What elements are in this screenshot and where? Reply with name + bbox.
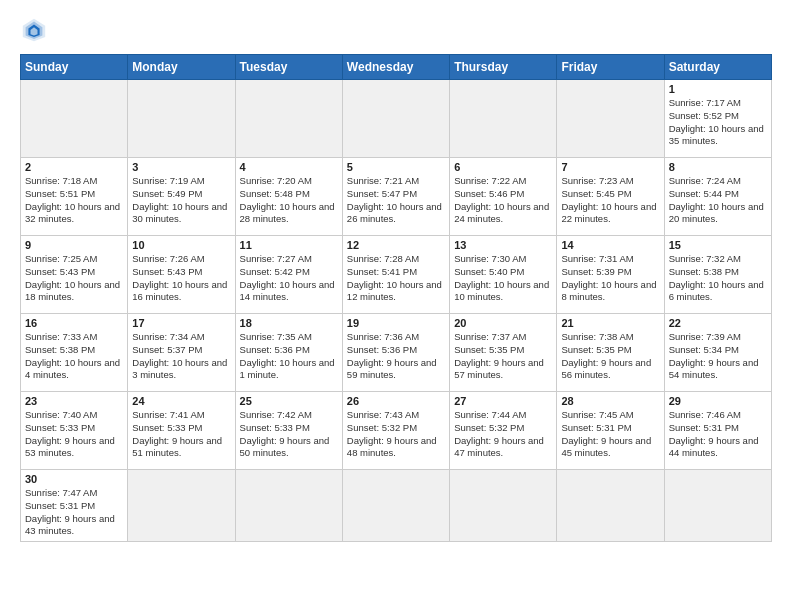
calendar-cell: 11Sunrise: 7:27 AM Sunset: 5:42 PM Dayli… bbox=[235, 236, 342, 314]
calendar-cell: 9Sunrise: 7:25 AM Sunset: 5:43 PM Daylig… bbox=[21, 236, 128, 314]
calendar-cell: 4Sunrise: 7:20 AM Sunset: 5:48 PM Daylig… bbox=[235, 158, 342, 236]
day-number: 8 bbox=[669, 161, 767, 173]
day-info: Sunrise: 7:35 AM Sunset: 5:36 PM Dayligh… bbox=[240, 331, 338, 382]
day-info: Sunrise: 7:21 AM Sunset: 5:47 PM Dayligh… bbox=[347, 175, 445, 226]
day-info: Sunrise: 7:27 AM Sunset: 5:42 PM Dayligh… bbox=[240, 253, 338, 304]
page: SundayMondayTuesdayWednesdayThursdayFrid… bbox=[0, 0, 792, 552]
calendar-cell: 8Sunrise: 7:24 AM Sunset: 5:44 PM Daylig… bbox=[664, 158, 771, 236]
calendar-cell: 13Sunrise: 7:30 AM Sunset: 5:40 PM Dayli… bbox=[450, 236, 557, 314]
day-info: Sunrise: 7:41 AM Sunset: 5:33 PM Dayligh… bbox=[132, 409, 230, 460]
day-info: Sunrise: 7:46 AM Sunset: 5:31 PM Dayligh… bbox=[669, 409, 767, 460]
calendar-cell: 1Sunrise: 7:17 AM Sunset: 5:52 PM Daylig… bbox=[664, 80, 771, 158]
calendar-cell: 10Sunrise: 7:26 AM Sunset: 5:43 PM Dayli… bbox=[128, 236, 235, 314]
day-info: Sunrise: 7:25 AM Sunset: 5:43 PM Dayligh… bbox=[25, 253, 123, 304]
calendar-cell bbox=[342, 470, 449, 542]
day-number: 28 bbox=[561, 395, 659, 407]
calendar-row: 23Sunrise: 7:40 AM Sunset: 5:33 PM Dayli… bbox=[21, 392, 772, 470]
calendar-cell: 27Sunrise: 7:44 AM Sunset: 5:32 PM Dayli… bbox=[450, 392, 557, 470]
calendar-cell: 16Sunrise: 7:33 AM Sunset: 5:38 PM Dayli… bbox=[21, 314, 128, 392]
calendar-cell bbox=[128, 80, 235, 158]
weekday-header-saturday: Saturday bbox=[664, 55, 771, 80]
day-number: 4 bbox=[240, 161, 338, 173]
calendar-cell: 30Sunrise: 7:47 AM Sunset: 5:31 PM Dayli… bbox=[21, 470, 128, 542]
calendar-cell: 12Sunrise: 7:28 AM Sunset: 5:41 PM Dayli… bbox=[342, 236, 449, 314]
calendar-cell bbox=[235, 470, 342, 542]
logo bbox=[20, 16, 52, 44]
day-info: Sunrise: 7:24 AM Sunset: 5:44 PM Dayligh… bbox=[669, 175, 767, 226]
calendar-cell: 22Sunrise: 7:39 AM Sunset: 5:34 PM Dayli… bbox=[664, 314, 771, 392]
calendar-cell bbox=[235, 80, 342, 158]
day-info: Sunrise: 7:47 AM Sunset: 5:31 PM Dayligh… bbox=[25, 487, 123, 538]
day-number: 20 bbox=[454, 317, 552, 329]
day-number: 29 bbox=[669, 395, 767, 407]
day-info: Sunrise: 7:34 AM Sunset: 5:37 PM Dayligh… bbox=[132, 331, 230, 382]
day-info: Sunrise: 7:40 AM Sunset: 5:33 PM Dayligh… bbox=[25, 409, 123, 460]
weekday-header-friday: Friday bbox=[557, 55, 664, 80]
calendar-cell bbox=[21, 80, 128, 158]
day-number: 6 bbox=[454, 161, 552, 173]
day-info: Sunrise: 7:37 AM Sunset: 5:35 PM Dayligh… bbox=[454, 331, 552, 382]
day-info: Sunrise: 7:20 AM Sunset: 5:48 PM Dayligh… bbox=[240, 175, 338, 226]
day-info: Sunrise: 7:22 AM Sunset: 5:46 PM Dayligh… bbox=[454, 175, 552, 226]
day-number: 2 bbox=[25, 161, 123, 173]
day-number: 5 bbox=[347, 161, 445, 173]
day-number: 1 bbox=[669, 83, 767, 95]
day-info: Sunrise: 7:31 AM Sunset: 5:39 PM Dayligh… bbox=[561, 253, 659, 304]
weekday-header-row: SundayMondayTuesdayWednesdayThursdayFrid… bbox=[21, 55, 772, 80]
weekday-header-sunday: Sunday bbox=[21, 55, 128, 80]
calendar-cell: 7Sunrise: 7:23 AM Sunset: 5:45 PM Daylig… bbox=[557, 158, 664, 236]
day-number: 15 bbox=[669, 239, 767, 251]
calendar-cell: 28Sunrise: 7:45 AM Sunset: 5:31 PM Dayli… bbox=[557, 392, 664, 470]
header bbox=[20, 16, 772, 44]
day-number: 12 bbox=[347, 239, 445, 251]
calendar-row: 1Sunrise: 7:17 AM Sunset: 5:52 PM Daylig… bbox=[21, 80, 772, 158]
day-info: Sunrise: 7:19 AM Sunset: 5:49 PM Dayligh… bbox=[132, 175, 230, 226]
day-info: Sunrise: 7:44 AM Sunset: 5:32 PM Dayligh… bbox=[454, 409, 552, 460]
day-info: Sunrise: 7:17 AM Sunset: 5:52 PM Dayligh… bbox=[669, 97, 767, 148]
calendar-cell bbox=[128, 470, 235, 542]
day-info: Sunrise: 7:32 AM Sunset: 5:38 PM Dayligh… bbox=[669, 253, 767, 304]
calendar-cell bbox=[557, 80, 664, 158]
day-info: Sunrise: 7:36 AM Sunset: 5:36 PM Dayligh… bbox=[347, 331, 445, 382]
calendar-cell: 17Sunrise: 7:34 AM Sunset: 5:37 PM Dayli… bbox=[128, 314, 235, 392]
weekday-header-tuesday: Tuesday bbox=[235, 55, 342, 80]
calendar-cell: 18Sunrise: 7:35 AM Sunset: 5:36 PM Dayli… bbox=[235, 314, 342, 392]
calendar-row: 16Sunrise: 7:33 AM Sunset: 5:38 PM Dayli… bbox=[21, 314, 772, 392]
calendar-cell bbox=[450, 80, 557, 158]
calendar-cell: 29Sunrise: 7:46 AM Sunset: 5:31 PM Dayli… bbox=[664, 392, 771, 470]
calendar-cell: 15Sunrise: 7:32 AM Sunset: 5:38 PM Dayli… bbox=[664, 236, 771, 314]
day-info: Sunrise: 7:28 AM Sunset: 5:41 PM Dayligh… bbox=[347, 253, 445, 304]
calendar-cell: 26Sunrise: 7:43 AM Sunset: 5:32 PM Dayli… bbox=[342, 392, 449, 470]
calendar-row: 2Sunrise: 7:18 AM Sunset: 5:51 PM Daylig… bbox=[21, 158, 772, 236]
day-number: 25 bbox=[240, 395, 338, 407]
day-info: Sunrise: 7:30 AM Sunset: 5:40 PM Dayligh… bbox=[454, 253, 552, 304]
day-number: 11 bbox=[240, 239, 338, 251]
calendar-cell: 25Sunrise: 7:42 AM Sunset: 5:33 PM Dayli… bbox=[235, 392, 342, 470]
day-info: Sunrise: 7:23 AM Sunset: 5:45 PM Dayligh… bbox=[561, 175, 659, 226]
day-number: 19 bbox=[347, 317, 445, 329]
calendar-cell: 3Sunrise: 7:19 AM Sunset: 5:49 PM Daylig… bbox=[128, 158, 235, 236]
day-number: 10 bbox=[132, 239, 230, 251]
day-info: Sunrise: 7:45 AM Sunset: 5:31 PM Dayligh… bbox=[561, 409, 659, 460]
calendar-cell: 23Sunrise: 7:40 AM Sunset: 5:33 PM Dayli… bbox=[21, 392, 128, 470]
day-number: 17 bbox=[132, 317, 230, 329]
calendar-cell bbox=[342, 80, 449, 158]
day-number: 14 bbox=[561, 239, 659, 251]
day-number: 21 bbox=[561, 317, 659, 329]
weekday-header-wednesday: Wednesday bbox=[342, 55, 449, 80]
calendar-cell: 6Sunrise: 7:22 AM Sunset: 5:46 PM Daylig… bbox=[450, 158, 557, 236]
day-info: Sunrise: 7:42 AM Sunset: 5:33 PM Dayligh… bbox=[240, 409, 338, 460]
calendar-cell bbox=[664, 470, 771, 542]
day-number: 23 bbox=[25, 395, 123, 407]
day-number: 30 bbox=[25, 473, 123, 485]
weekday-header-thursday: Thursday bbox=[450, 55, 557, 80]
day-number: 7 bbox=[561, 161, 659, 173]
calendar-cell bbox=[450, 470, 557, 542]
day-number: 27 bbox=[454, 395, 552, 407]
calendar-cell: 14Sunrise: 7:31 AM Sunset: 5:39 PM Dayli… bbox=[557, 236, 664, 314]
day-info: Sunrise: 7:26 AM Sunset: 5:43 PM Dayligh… bbox=[132, 253, 230, 304]
calendar-row: 9Sunrise: 7:25 AM Sunset: 5:43 PM Daylig… bbox=[21, 236, 772, 314]
calendar-cell: 19Sunrise: 7:36 AM Sunset: 5:36 PM Dayli… bbox=[342, 314, 449, 392]
calendar-cell: 21Sunrise: 7:38 AM Sunset: 5:35 PM Dayli… bbox=[557, 314, 664, 392]
calendar-cell: 2Sunrise: 7:18 AM Sunset: 5:51 PM Daylig… bbox=[21, 158, 128, 236]
